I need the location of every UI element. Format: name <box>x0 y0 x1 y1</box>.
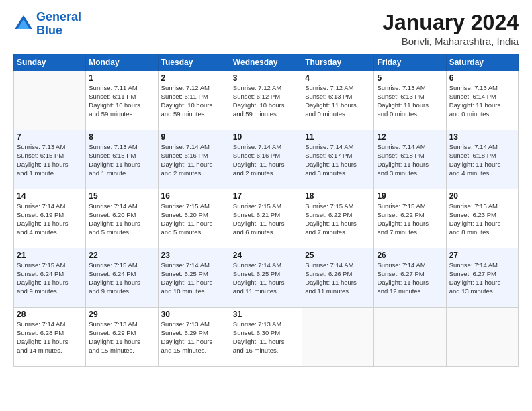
table-row: 1Sunrise: 7:11 AM Sunset: 6:11 PM Daylig… <box>86 71 158 130</box>
title-block: January 2024 Borivli, Maharashtra, India <box>382 11 519 47</box>
day-info: Sunrise: 7:15 AM Sunset: 6:22 PM Dayligh… <box>377 202 443 236</box>
calendar-row: 14Sunrise: 7:14 AM Sunset: 6:19 PM Dayli… <box>14 189 519 248</box>
table-row: 28Sunrise: 7:14 AM Sunset: 6:28 PM Dayli… <box>14 308 86 367</box>
logo-icon <box>13 14 34 34</box>
day-number: 18 <box>305 191 371 201</box>
day-info: Sunrise: 7:15 AM Sunset: 6:24 PM Dayligh… <box>89 261 154 295</box>
day-info: Sunrise: 7:15 AM Sunset: 6:24 PM Dayligh… <box>17 261 83 295</box>
day-info: Sunrise: 7:14 AM Sunset: 6:27 PM Dayligh… <box>449 261 515 295</box>
table-row: 9Sunrise: 7:14 AM Sunset: 6:16 PM Daylig… <box>158 130 230 189</box>
calendar-row: 7Sunrise: 7:13 AM Sunset: 6:15 PM Daylig… <box>14 130 519 189</box>
table-row: 7Sunrise: 7:13 AM Sunset: 6:15 PM Daylig… <box>14 130 86 189</box>
day-number: 7 <box>17 132 83 142</box>
day-number: 15 <box>89 191 154 201</box>
day-number: 14 <box>17 191 83 201</box>
day-number: 25 <box>305 250 371 260</box>
day-info: Sunrise: 7:11 AM Sunset: 6:11 PM Dayligh… <box>89 84 154 118</box>
day-number: 2 <box>161 73 227 83</box>
day-number: 24 <box>233 250 299 260</box>
calendar-header-row: Sunday Monday Tuesday Wednesday Thursday… <box>14 54 519 71</box>
table-row <box>446 308 518 367</box>
day-number: 30 <box>161 310 227 319</box>
logo-blue: Blue <box>36 24 62 37</box>
day-info: Sunrise: 7:13 AM Sunset: 6:14 PM Dayligh… <box>449 84 515 118</box>
day-info: Sunrise: 7:14 AM Sunset: 6:16 PM Dayligh… <box>233 143 299 177</box>
sub-title: Borivli, Maharashtra, India <box>382 36 519 47</box>
table-row: 15Sunrise: 7:14 AM Sunset: 6:20 PM Dayli… <box>86 189 158 248</box>
calendar-row: 1Sunrise: 7:11 AM Sunset: 6:11 PM Daylig… <box>14 71 519 130</box>
day-info: Sunrise: 7:12 AM Sunset: 6:11 PM Dayligh… <box>161 84 227 118</box>
table-row: 20Sunrise: 7:15 AM Sunset: 6:23 PM Dayli… <box>446 189 518 248</box>
day-info: Sunrise: 7:14 AM Sunset: 6:25 PM Dayligh… <box>161 261 227 295</box>
day-number: 3 <box>233 73 299 83</box>
day-number: 27 <box>449 250 515 260</box>
table-row: 24Sunrise: 7:14 AM Sunset: 6:25 PM Dayli… <box>230 248 302 308</box>
day-number: 13 <box>449 132 515 142</box>
table-row: 4Sunrise: 7:12 AM Sunset: 6:13 PM Daylig… <box>302 71 374 130</box>
table-row: 21Sunrise: 7:15 AM Sunset: 6:24 PM Dayli… <box>14 248 86 308</box>
table-row: 10Sunrise: 7:14 AM Sunset: 6:16 PM Dayli… <box>230 130 302 189</box>
col-thursday: Thursday <box>302 54 374 71</box>
table-row: 2Sunrise: 7:12 AM Sunset: 6:11 PM Daylig… <box>158 71 230 130</box>
day-info: Sunrise: 7:15 AM Sunset: 6:23 PM Dayligh… <box>449 202 515 236</box>
day-info: Sunrise: 7:13 AM Sunset: 6:15 PM Dayligh… <box>17 143 83 177</box>
day-number: 17 <box>233 191 299 201</box>
table-row: 19Sunrise: 7:15 AM Sunset: 6:22 PM Dayli… <box>374 189 446 248</box>
day-info: Sunrise: 7:14 AM Sunset: 6:17 PM Dayligh… <box>305 143 371 177</box>
table-row <box>14 71 86 130</box>
col-sunday: Sunday <box>14 54 86 71</box>
calendar-table: Sunday Monday Tuesday Wednesday Thursday… <box>13 54 519 367</box>
table-row: 18Sunrise: 7:15 AM Sunset: 6:22 PM Dayli… <box>302 189 374 248</box>
day-info: Sunrise: 7:14 AM Sunset: 6:18 PM Dayligh… <box>377 143 443 177</box>
table-row: 14Sunrise: 7:14 AM Sunset: 6:19 PM Dayli… <box>14 189 86 248</box>
day-info: Sunrise: 7:15 AM Sunset: 6:21 PM Dayligh… <box>233 202 299 236</box>
day-number: 6 <box>449 73 515 83</box>
day-number: 12 <box>377 132 443 142</box>
table-row: 29Sunrise: 7:13 AM Sunset: 6:29 PM Dayli… <box>86 308 158 367</box>
col-monday: Monday <box>86 54 158 71</box>
day-info: Sunrise: 7:14 AM Sunset: 6:28 PM Dayligh… <box>17 320 83 355</box>
logo: General Blue <box>13 11 81 38</box>
table-row: 17Sunrise: 7:15 AM Sunset: 6:21 PM Dayli… <box>230 189 302 248</box>
table-row: 5Sunrise: 7:13 AM Sunset: 6:13 PM Daylig… <box>374 71 446 130</box>
day-info: Sunrise: 7:12 AM Sunset: 6:13 PM Dayligh… <box>305 84 371 118</box>
day-number: 23 <box>161 250 227 260</box>
table-row: 3Sunrise: 7:12 AM Sunset: 6:12 PM Daylig… <box>230 71 302 130</box>
table-row <box>302 308 374 367</box>
table-row: 31Sunrise: 7:13 AM Sunset: 6:30 PM Dayli… <box>230 308 302 367</box>
table-row: 27Sunrise: 7:14 AM Sunset: 6:27 PM Dayli… <box>446 248 518 308</box>
day-info: Sunrise: 7:14 AM Sunset: 6:19 PM Dayligh… <box>17 202 83 236</box>
table-row: 6Sunrise: 7:13 AM Sunset: 6:14 PM Daylig… <box>446 71 518 130</box>
day-number: 20 <box>449 191 515 201</box>
day-info: Sunrise: 7:14 AM Sunset: 6:25 PM Dayligh… <box>233 261 299 295</box>
day-number: 22 <box>89 250 154 260</box>
day-number: 4 <box>305 73 371 83</box>
day-number: 11 <box>305 132 371 142</box>
logo-text: General Blue <box>36 11 81 38</box>
day-info: Sunrise: 7:13 AM Sunset: 6:29 PM Dayligh… <box>89 320 154 355</box>
main-title: January 2024 <box>382 11 519 34</box>
day-number: 10 <box>233 132 299 142</box>
day-number: 31 <box>233 310 299 319</box>
logo-general: General <box>36 10 81 24</box>
day-number: 16 <box>161 191 227 201</box>
table-row <box>374 308 446 367</box>
col-wednesday: Wednesday <box>230 54 302 71</box>
table-row: 13Sunrise: 7:14 AM Sunset: 6:18 PM Dayli… <box>446 130 518 189</box>
day-info: Sunrise: 7:13 AM Sunset: 6:30 PM Dayligh… <box>233 320 299 355</box>
day-number: 29 <box>89 310 154 319</box>
calendar-row: 28Sunrise: 7:14 AM Sunset: 6:28 PM Dayli… <box>14 308 519 367</box>
day-number: 26 <box>377 250 443 260</box>
day-info: Sunrise: 7:13 AM Sunset: 6:29 PM Dayligh… <box>161 320 227 355</box>
day-info: Sunrise: 7:14 AM Sunset: 6:20 PM Dayligh… <box>89 202 154 236</box>
col-saturday: Saturday <box>446 54 518 71</box>
table-row: 8Sunrise: 7:13 AM Sunset: 6:15 PM Daylig… <box>86 130 158 189</box>
day-number: 21 <box>17 250 83 260</box>
page: General Blue January 2024 Borivli, Mahar… <box>0 0 532 411</box>
day-info: Sunrise: 7:14 AM Sunset: 6:27 PM Dayligh… <box>377 261 443 295</box>
table-row: 12Sunrise: 7:14 AM Sunset: 6:18 PM Dayli… <box>374 130 446 189</box>
day-info: Sunrise: 7:14 AM Sunset: 6:18 PM Dayligh… <box>449 143 515 177</box>
day-number: 19 <box>377 191 443 201</box>
table-row: 11Sunrise: 7:14 AM Sunset: 6:17 PM Dayli… <box>302 130 374 189</box>
day-info: Sunrise: 7:13 AM Sunset: 6:15 PM Dayligh… <box>89 143 154 177</box>
